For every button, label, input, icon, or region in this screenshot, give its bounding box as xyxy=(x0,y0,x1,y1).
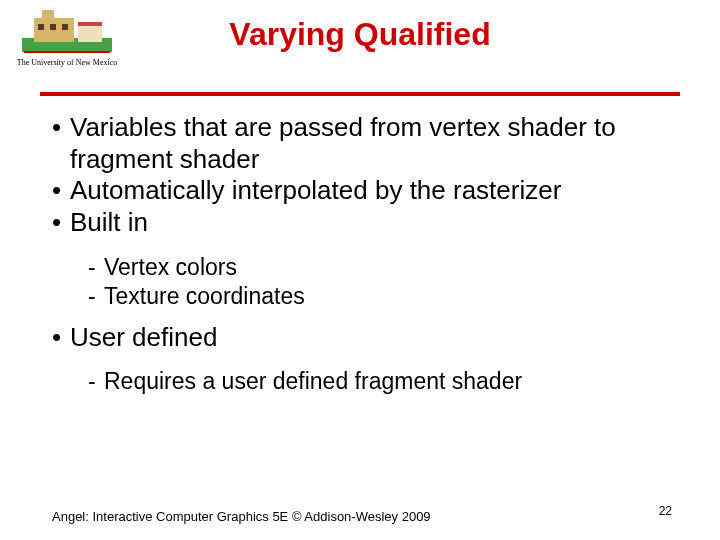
bullet-text: Automatically interpolated by the raster… xyxy=(70,175,561,205)
bullet-item: •Automatically interpolated by the raste… xyxy=(52,175,680,207)
footer-citation: Angel: Interactive Computer Graphics 5E … xyxy=(52,509,431,524)
sub-bullet-group: -Requires a user defined fragment shader xyxy=(88,367,680,396)
bullet-item: •Built in xyxy=(52,207,680,239)
bullet-item: •User defined xyxy=(52,322,680,354)
sub-bullet-text: Vertex colors xyxy=(104,254,237,280)
bullet-text: Built in xyxy=(70,207,148,237)
logo-caption: The University of New Mexico xyxy=(12,58,122,67)
title-underline xyxy=(40,92,680,96)
bullet-text: User defined xyxy=(70,322,217,352)
bullet-text: Variables that are passed from vertex sh… xyxy=(70,112,616,174)
sub-bullet-group: -Vertex colors -Texture coordinates xyxy=(88,253,680,312)
sub-bullet-text: Requires a user defined fragment shader xyxy=(104,368,522,394)
page-number: 22 xyxy=(659,504,672,518)
bullet-item: •Variables that are passed from vertex s… xyxy=(52,112,680,175)
sub-bullet-item: -Vertex colors xyxy=(88,253,680,282)
slide-body: •Variables that are passed from vertex s… xyxy=(52,112,680,407)
sub-bullet-text: Texture coordinates xyxy=(104,283,305,309)
sub-bullet-item: -Texture coordinates xyxy=(88,282,680,311)
slide-title: Varying Qualified xyxy=(0,16,720,53)
sub-bullet-item: -Requires a user defined fragment shader xyxy=(88,367,680,396)
